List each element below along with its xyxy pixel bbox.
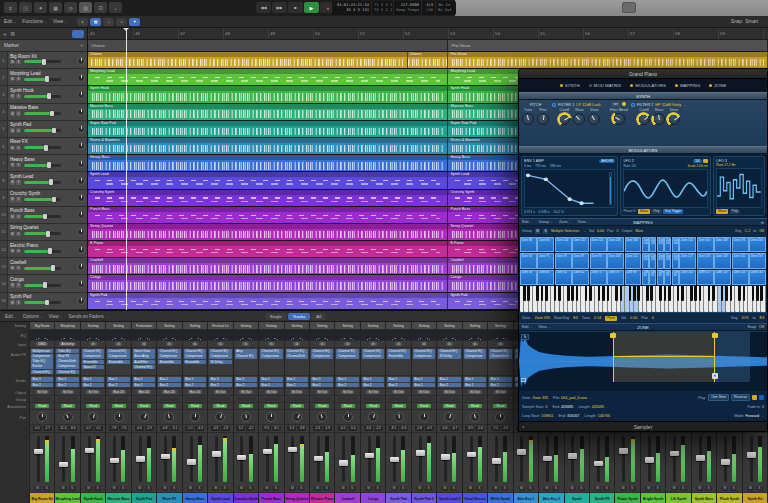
channel-setting-button[interactable]: Funkulator [132, 322, 156, 330]
fader-area[interactable] [437, 433, 461, 485]
piano-key-black[interactable] [668, 286, 671, 301]
mute-button[interactable]: M [212, 486, 219, 492]
send-slot[interactable]: Bus 2 [336, 383, 358, 388]
piano-key-black[interactable] [589, 286, 592, 301]
zone-cell[interactable]: Zone 117 [657, 253, 664, 268]
snap-value[interactable]: Smart [745, 19, 758, 24]
zone-cell[interactable]: Zone 91 [649, 270, 656, 285]
group-slot[interactable] [361, 396, 385, 403]
group-slot[interactable] [157, 396, 181, 403]
mute-button[interactable]: M [671, 486, 678, 492]
fx-slot[interactable]: Multipressor [31, 349, 53, 353]
send-slot[interactable]: Bus 2 [235, 383, 257, 388]
pan-knob[interactable] [77, 246, 85, 254]
file-value[interactable]: 064_pad_ft.wav [561, 396, 587, 400]
fader-area[interactable] [539, 433, 563, 485]
fx-slot[interactable]: Channel EQ [56, 370, 78, 374]
forward-button[interactable]: ▶▶ [272, 2, 287, 13]
filter1-cutoff-knob[interactable] [558, 113, 570, 125]
zone-waveform-editor[interactable]: ✕ ✎ [519, 331, 767, 391]
filter-config-icon[interactable] [622, 102, 626, 106]
send-slot[interactable]: Bus 2 [184, 383, 206, 388]
send-slot[interactable]: Bus 1 [209, 377, 231, 382]
automation-slot[interactable]: Read [463, 403, 487, 410]
piano-key-black[interactable] [615, 286, 618, 301]
send-slot[interactable]: Bus 1 [107, 377, 129, 382]
mute-button[interactable]: M [467, 486, 474, 492]
play-button[interactable]: ▶ [304, 2, 319, 13]
volume-slider[interactable] [24, 112, 61, 115]
piano-key-black[interactable] [694, 286, 697, 301]
solo-button[interactable]: S [16, 180, 21, 185]
mute-button[interactable]: M [340, 486, 347, 492]
pan-control[interactable] [412, 410, 436, 425]
tab-synth[interactable]: SYNTH [558, 82, 582, 89]
pan-control[interactable] [488, 410, 512, 425]
pan-control[interactable] [463, 410, 487, 425]
fx-slot[interactable]: ChromaVerb [56, 359, 78, 363]
group-slot[interactable] [55, 396, 79, 403]
piano-key-black[interactable] [571, 286, 574, 301]
mixer-menu-edit[interactable]: Edit⌄ [5, 314, 17, 319]
eq-thumbnail[interactable] [81, 330, 105, 341]
pan-value[interactable]: 0 [617, 229, 619, 233]
automation-slot[interactable]: Read [412, 403, 436, 410]
zone-cell[interactable]: Zone 119 [672, 253, 679, 268]
region-chorus[interactable]: Chorus [88, 52, 408, 68]
send-slot[interactable]: Bus 2 [82, 383, 104, 388]
track-header-synth-pad[interactable]: 15Synth PadMS [0, 293, 87, 310]
region-risers-boomers[interactable]: Risers & Boomers [88, 138, 448, 154]
key-high-value[interactable]: G8 [759, 229, 764, 233]
loop-region[interactable] [613, 332, 715, 382]
fader-area[interactable] [463, 433, 487, 485]
mute-button[interactable]: M [10, 197, 15, 202]
zone-cell[interactable]: Zone 95 [590, 253, 607, 268]
control-bar-icon-5[interactable]: ▥ [79, 2, 92, 13]
send-slot[interactable]: Bus 2 [158, 383, 180, 388]
region-cowbell[interactable]: Cowbell [88, 258, 448, 274]
arrange-menu-edit[interactable]: Edit⌄ [4, 19, 16, 24]
group-slot[interactable] [386, 396, 410, 403]
fader-area[interactable] [310, 433, 334, 485]
filter2-type[interactable]: HP 12dB Gritty [655, 102, 681, 107]
rewind-button[interactable]: ◀◀ [256, 2, 271, 13]
zone-cell[interactable]: Zone 112 [572, 237, 589, 252]
solo-button[interactable]: S [629, 486, 636, 492]
channel-setting-button[interactable]: Setting [437, 322, 461, 330]
send-slot[interactable]: Bus 2 [464, 383, 486, 388]
channel-setting-button[interactable]: Setting [488, 322, 512, 330]
solo-button[interactable]: S [756, 486, 763, 492]
lfo3-mono-button[interactable]: Mono [716, 209, 728, 214]
group-slot[interactable] [488, 396, 512, 403]
automation-slot[interactable]: Read [106, 403, 130, 410]
solo-button[interactable]: S [16, 214, 21, 219]
group-slot[interactable] [285, 396, 309, 403]
output-slot[interactable]: Bus 20 [106, 389, 130, 396]
fx-slot[interactable]: Noise Gate [133, 349, 155, 354]
send-slot[interactable]: Bus 1 [336, 377, 358, 382]
env1-mode-select[interactable]: AHDSR [599, 159, 615, 164]
volume-slider[interactable] [24, 95, 61, 98]
fader-area[interactable] [641, 433, 665, 485]
fader-handle[interactable] [390, 457, 399, 463]
fx-slot[interactable]: Compressor [362, 354, 384, 359]
loop-end-handle[interactable] [712, 333, 718, 338]
env1-vel-value[interactable]: 50.2 % [554, 210, 564, 214]
group-slot[interactable] [183, 396, 207, 403]
zone-cell[interactable]: Zone 134 [749, 270, 766, 285]
solo-button[interactable]: S [527, 486, 534, 492]
mute-button[interactable]: M [10, 111, 15, 116]
lcd-display[interactable]: 01:01:24:21.54 45 4 3 131 71 3 4 1 73 3 … [332, 1, 456, 15]
pan-knob[interactable] [77, 177, 85, 185]
send-slot[interactable]: Bus 1 [362, 377, 384, 382]
solo-button[interactable]: S [654, 486, 661, 492]
sends-on-faders-menu[interactable]: Sends on Faders ⌄ [68, 314, 108, 319]
solo-button[interactable]: S [16, 77, 21, 82]
send-slot[interactable]: Bus 1 [489, 377, 511, 382]
send-slot[interactable]: Bus 1 [260, 377, 282, 382]
input-slot[interactable]: ⊙ [234, 341, 258, 348]
fader-area[interactable] [590, 433, 614, 485]
solo-button[interactable]: S [94, 486, 101, 492]
group-slot[interactable] [81, 396, 105, 403]
output-slot[interactable]: Bus 20 [132, 389, 156, 396]
